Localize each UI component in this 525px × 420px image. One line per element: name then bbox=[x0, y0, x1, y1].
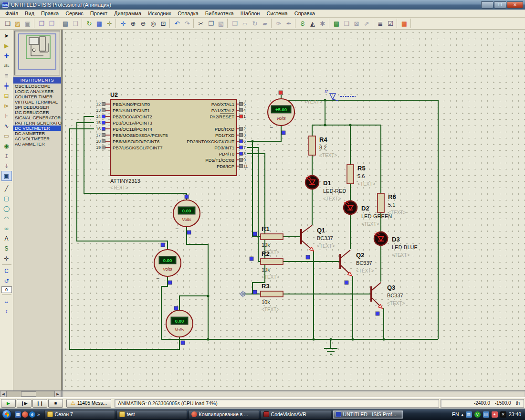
voltage-probe-rr[interactable]: rr<TEXT> bbox=[304, 89, 356, 105]
property-assignment-icon[interactable]: ✱ bbox=[318, 19, 327, 28]
subcircuit-icon[interactable]: ⊟ bbox=[1, 91, 12, 101]
schematic-canvas[interactable]: U2ATTINY2313<TEXT>12PB0/AIN0/PCINT013PB1… bbox=[62, 30, 525, 390]
instrument-logic-analyser[interactable]: LOGIC ANALYSER bbox=[13, 89, 61, 94]
menu-item-8[interactable]: Библиотека bbox=[202, 10, 237, 17]
menu-item-6[interactable]: Исходник bbox=[145, 10, 174, 17]
new-sheet-icon[interactable]: ❏ bbox=[342, 19, 351, 28]
instrument-ac-voltmeter[interactable]: AC VOLTMETER bbox=[13, 136, 61, 141]
chip-u2[interactable]: U2ATTINY2313<TEXT>12PB0/AIN0/PCINT013PB1… bbox=[96, 92, 248, 190]
design-explorer-icon[interactable]: ▤ bbox=[332, 19, 341, 28]
transistor-q2[interactable]: Q2BC337<TEXT> bbox=[340, 250, 374, 276]
2d-box-icon[interactable]: ▢ bbox=[1, 193, 12, 203]
zoom-area-icon[interactable]: ⊡ bbox=[158, 19, 168, 28]
rotate-cw-icon[interactable]: C bbox=[1, 266, 12, 276]
sidebar-scroll-left[interactable]: ◀ bbox=[0, 391, 7, 397]
graph-mode-icon[interactable]: ∿ bbox=[1, 121, 12, 131]
junction-dot-icon[interactable]: ✚ bbox=[1, 51, 12, 61]
instrument-i2c-debugger[interactable]: I2C DEBUGGER bbox=[13, 110, 61, 115]
dc-voltmeter-1[interactable]: 0.00Volts− bbox=[173, 200, 200, 232]
text-script-icon[interactable]: ≡ bbox=[1, 71, 12, 81]
copy-icon[interactable]: ❐ bbox=[206, 19, 216, 28]
search-tag-icon[interactable]: ◭ bbox=[308, 19, 317, 28]
instrument-ac-ammeter[interactable]: AC AMMETER bbox=[13, 141, 61, 147]
dc-voltmeter-2[interactable]: 0.00Volts− bbox=[154, 250, 181, 282]
2d-text-icon[interactable]: A bbox=[1, 233, 12, 243]
taskbar-task-0[interactable]: Сезон 7 bbox=[44, 410, 115, 419]
zoom-out-icon[interactable]: ⊖ bbox=[138, 19, 148, 28]
current-probe-icon[interactable]: ↧ bbox=[1, 161, 12, 171]
electrical-check-icon[interactable]: ☑ bbox=[386, 19, 395, 28]
redo-icon[interactable]: ↷ bbox=[182, 19, 192, 28]
instrument-signal-generator[interactable]: SIGNAL GENERATOR bbox=[13, 115, 61, 120]
origin-icon[interactable]: ✛ bbox=[105, 19, 114, 28]
pause-button[interactable]: ❙❙ bbox=[32, 399, 47, 408]
step-button[interactable]: ❙▶ bbox=[17, 399, 32, 408]
menu-item-0[interactable]: Файл bbox=[2, 10, 21, 17]
quicklaunch-overflow-chevron[interactable]: » bbox=[36, 412, 41, 417]
quicklaunch-desktop-icon[interactable]: ▦ bbox=[15, 411, 21, 418]
dc-voltmeter-3[interactable]: 0.00Volts− bbox=[166, 310, 193, 342]
canvas-hscrollbar[interactable] bbox=[62, 391, 525, 397]
selection-tool-icon[interactable]: ➤ bbox=[1, 31, 12, 41]
component-mode-icon[interactable]: ▶ bbox=[1, 41, 12, 51]
wire-label-icon[interactable]: LBL bbox=[1, 61, 12, 71]
mirror-vertical-icon[interactable]: ↕ bbox=[1, 306, 12, 316]
sidebar-scroll-right[interactable]: ▶ bbox=[54, 391, 61, 397]
quicklaunch-ie-icon[interactable]: e bbox=[29, 411, 35, 418]
wire[interactable] bbox=[161, 276, 168, 339]
refresh-icon[interactable]: ↻ bbox=[84, 19, 94, 28]
block-copy-icon[interactable]: ❒ bbox=[230, 19, 240, 28]
instrument-virtual-terminal[interactable]: VIRTUAL TERMINAL bbox=[13, 99, 61, 105]
instrument-dc-ammeter[interactable]: DC AMMETER bbox=[13, 131, 61, 136]
menu-item-1[interactable]: Вид bbox=[21, 10, 38, 17]
paste-icon[interactable]: ▧ bbox=[216, 19, 226, 28]
wire-autorouter-icon[interactable]: Ƨ bbox=[298, 19, 307, 28]
transistor-q3[interactable]: Q3BC337<TEXT> bbox=[371, 283, 405, 308]
instrument-pattern-generator[interactable]: PATTERN GENERATOR bbox=[13, 120, 61, 126]
rotate-ccw-icon[interactable]: ↺ bbox=[1, 276, 12, 286]
2d-line-icon[interactable]: ╱ bbox=[1, 183, 12, 193]
taskbar-task-2[interactable]: Компилирование в ... bbox=[189, 410, 259, 419]
tray-close-icon[interactable]: ✕ bbox=[500, 411, 506, 418]
taskbar-task-4[interactable]: UNTITLED - ISIS Prof... bbox=[333, 410, 403, 419]
save-file-icon[interactable]: ▣ bbox=[23, 19, 32, 28]
grid-toggle-icon[interactable]: ▦ bbox=[94, 19, 104, 28]
netlist-ares-icon[interactable]: ▦ bbox=[399, 19, 409, 28]
block-move-icon[interactable]: ▱ bbox=[240, 19, 250, 28]
make-device-icon[interactable]: ✒ bbox=[284, 19, 294, 28]
wire[interactable] bbox=[247, 154, 265, 294]
virtual-instruments-icon[interactable]: ▣ bbox=[1, 171, 12, 181]
pick-device-icon[interactable]: ✑ bbox=[274, 19, 284, 28]
stop-button[interactable]: ■ bbox=[48, 399, 63, 408]
resistor-r6[interactable]: R65.1<TEXT> bbox=[378, 193, 406, 215]
menu-item-7[interactable]: Отладка bbox=[174, 10, 201, 17]
taskbar-task-1[interactable]: test bbox=[116, 410, 187, 419]
tray-up-arrow-icon[interactable]: ▴ bbox=[462, 412, 463, 417]
menu-item-4[interactable]: Проект bbox=[87, 10, 111, 17]
voltage-probe-icon[interactable]: ↥ bbox=[1, 151, 12, 161]
led-d2[interactable]: D2LED-GREEN<TEXT> bbox=[344, 201, 392, 227]
2d-circle-icon[interactable]: ◯ bbox=[1, 203, 12, 213]
zoom-all-icon[interactable]: ◎ bbox=[148, 19, 158, 28]
wire[interactable] bbox=[247, 147, 261, 262]
goto-sheet-icon[interactable]: ⇗ bbox=[362, 19, 371, 28]
menu-item-3[interactable]: Сервис bbox=[62, 10, 87, 17]
menu-item-5[interactable]: Диаграмма bbox=[111, 10, 145, 17]
minimize-button[interactable]: – bbox=[481, 1, 494, 9]
terminals-mode-icon[interactable]: ⊳ bbox=[1, 101, 12, 111]
tape-recorder-icon[interactable]: ▭ bbox=[1, 131, 12, 141]
pan-icon[interactable]: ✛ bbox=[118, 19, 128, 28]
maximize-button[interactable]: ❐ bbox=[494, 1, 506, 9]
block-delete-icon[interactable]: ▰ bbox=[260, 19, 270, 28]
bus-mode-icon[interactable]: ╪ bbox=[1, 81, 12, 91]
instrument-oscilloscope[interactable]: OSCILLOSCOPE bbox=[13, 84, 61, 89]
close-button[interactable]: ✕ bbox=[507, 1, 523, 9]
block-rotate-icon[interactable]: ↻ bbox=[250, 19, 260, 28]
2d-arc-icon[interactable]: ◠ bbox=[1, 213, 12, 223]
device-pins-icon[interactable]: ⊦ bbox=[1, 111, 12, 121]
instrument-counter-timer[interactable]: COUNTER TIMER bbox=[13, 94, 61, 99]
new-file-icon[interactable]: ❏ bbox=[3, 19, 12, 28]
resistor-r4[interactable]: R48.2<TEXT> bbox=[309, 136, 337, 158]
language-indicator[interactable]: EN bbox=[452, 411, 459, 417]
menu-item-2[interactable]: Правка bbox=[38, 10, 62, 17]
